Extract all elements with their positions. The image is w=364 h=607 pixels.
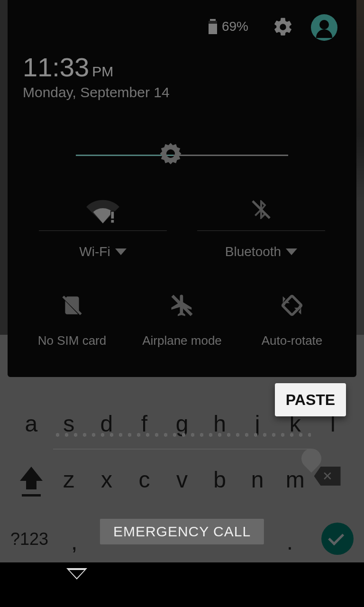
svg-rect-1 xyxy=(111,212,114,219)
wifi-tile[interactable]: Wi-Fi xyxy=(24,191,182,259)
navigation-bar xyxy=(0,562,364,607)
bluetooth-tile[interactable]: Bluetooth xyxy=(182,191,340,259)
airplane-off-icon xyxy=(169,293,195,318)
tile-divider xyxy=(39,230,167,231)
qs-tiles-row-1: Wi-Fi Bluetooth xyxy=(8,191,356,259)
quick-settings-panel: 69% 11:33PM Monday, September 14 xyxy=(8,0,356,377)
battery-percent: 69% xyxy=(222,19,248,34)
avatar-icon xyxy=(319,20,329,29)
chevron-down-icon xyxy=(115,248,127,255)
wifi-icon xyxy=(86,196,120,223)
qs-tiles-row-2: No SIM card Airplane mode xyxy=(8,289,356,348)
gear-icon xyxy=(272,16,294,38)
settings-button[interactable] xyxy=(272,16,294,40)
auto-rotate-icon xyxy=(278,292,306,319)
battery-icon xyxy=(209,19,217,34)
brightness-slider[interactable] xyxy=(8,140,356,169)
battery-status: 69% xyxy=(209,19,248,34)
chevron-down-icon xyxy=(286,248,297,255)
bluetooth-label: Bluetooth xyxy=(225,244,281,259)
bluetooth-off-icon xyxy=(250,196,273,223)
clock-time: 11:33 xyxy=(23,52,89,83)
autorotate-label: Auto-rotate xyxy=(262,333,323,348)
svg-rect-2 xyxy=(111,220,114,223)
autorotate-tile[interactable]: Auto-rotate xyxy=(237,289,347,348)
airplane-tile[interactable]: Airplane mode xyxy=(127,289,237,348)
clock-block[interactable]: 11:33PM Monday, September 14 xyxy=(8,52,356,101)
user-avatar-button[interactable] xyxy=(311,14,337,41)
sim-label: No SIM card xyxy=(38,333,107,348)
sim-tile[interactable]: No SIM card xyxy=(17,289,127,348)
back-icon xyxy=(66,568,87,588)
clock-ampm: PM xyxy=(92,64,113,79)
no-sim-icon xyxy=(60,293,84,318)
airplane-label: Airplane mode xyxy=(142,333,222,348)
qs-header: 69% xyxy=(8,0,356,55)
clock-date: Monday, September 14 xyxy=(23,84,356,101)
emergency-call-button[interactable]: EMERGENCY CALL xyxy=(100,519,264,544)
brightness-icon xyxy=(158,141,183,166)
wifi-label: Wi-Fi xyxy=(79,244,110,259)
tile-divider xyxy=(197,230,325,231)
back-button[interactable] xyxy=(66,579,87,592)
paste-popup[interactable]: PASTE xyxy=(275,383,346,416)
